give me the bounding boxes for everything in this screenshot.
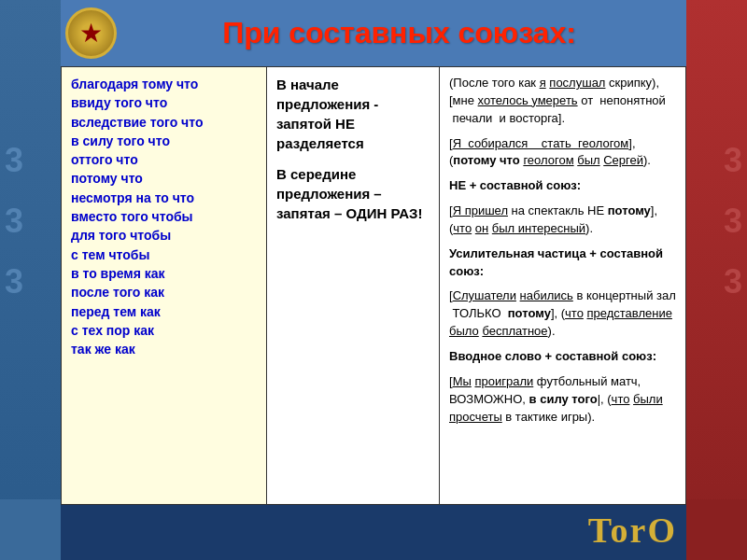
list-item-12: после того как [71, 283, 257, 301]
toro-text: TorO [588, 510, 677, 551]
col3-block2: [Я собирался стать геологом], (потому чт… [449, 135, 676, 171]
text-bylo: было [449, 324, 479, 338]
text-potomu: потому [608, 203, 651, 217]
page-title: При составных союзах: [117, 16, 682, 50]
text-on: он [475, 221, 488, 235]
label-usilenie: Усилительная частица + составной союз: [449, 246, 663, 278]
header: При составных союзах: [0, 0, 747, 66]
list-item-6: потому что [71, 169, 257, 188]
bottom-right [686, 499, 747, 560]
text-byl: был [577, 153, 599, 167]
col3-label1: НЕ + составной союз: [449, 177, 676, 195]
col3-block5: [Мы проиграли футбольный матч, ВОЗМОЖНО,… [449, 373, 676, 427]
text-static: (После того как [449, 76, 540, 90]
text-chto: что [453, 221, 472, 235]
text-geologom: геологом [523, 153, 573, 167]
label-vvodnoe: Вводное слово + составной союз: [449, 349, 656, 363]
text-slushateli: Слушатели [453, 288, 516, 302]
main-content: благодаря тому что ввиду того что вследс… [61, 66, 686, 505]
text-potomu-chto: потому что [453, 153, 519, 167]
col3-block4: [Слушатели набились в концертный зал ТОЛ… [449, 287, 676, 341]
list-item-3: вследствие того что [71, 113, 257, 132]
side-numbers-left: 333 [5, 131, 23, 312]
text-sergey: Сергей [603, 153, 643, 167]
text-besplatnoe: бесплатное [482, 324, 547, 338]
text-v-silu: в силу того [529, 392, 598, 406]
text-chto3: что [612, 392, 630, 406]
text-static: ). [585, 221, 593, 235]
list-item-1: благодаря тому что [71, 75, 257, 93]
text-proigrali: проиграли [474, 374, 533, 388]
column-2: В начале предложения - запятой НЕ раздел… [266, 66, 439, 505]
text-hotelos: хотелось умереть [478, 93, 578, 107]
column-1: благодаря тому что ввиду того что вследс… [61, 66, 266, 505]
list-item-14: с тех пор как [71, 321, 257, 340]
text-poslushal: послушал [549, 76, 605, 90]
text-ya: я [540, 76, 546, 90]
bottom-banner: TorO [0, 499, 747, 560]
list-item-13: перед тем как [71, 302, 257, 321]
bottom-center: TorO [61, 499, 686, 560]
text-ya-sobiral: Я собирался стать геологом [453, 136, 629, 150]
text-static: на спектакль НЕ [508, 203, 608, 217]
text-static: в тактике игры). [502, 410, 595, 424]
text-my: Мы [453, 374, 472, 388]
text-static: ). [643, 153, 651, 167]
list-item-7: несмотря на то что [71, 189, 257, 207]
text-ya-prishel: Я пришел [453, 203, 508, 217]
list-item-10: с тем чтобы [71, 245, 257, 264]
col2-block2: В середине предложения – запятая – ОДИН … [276, 164, 430, 223]
list-item-2: ввиду того что [71, 93, 257, 112]
list-item-9: для того чтобы [71, 226, 257, 245]
list-item-15: так же как [71, 340, 257, 358]
col2-block1: В начале предложения - запятой НЕ раздел… [276, 75, 430, 153]
text-potomu2: потому [508, 306, 551, 320]
col3-block1: (После того как я послушал скрипку), [мн… [449, 75, 676, 128]
text-byl-interesny: был интересный [492, 221, 585, 235]
label-ne: НЕ + составной союз: [449, 178, 581, 192]
column-3: (После того как я послушал скрипку), [мн… [439, 66, 686, 505]
list-item-11: в то время как [71, 264, 257, 283]
col3-label3: Вводное слово + составной союз: [449, 348, 676, 366]
side-numbers-right: 333 [724, 131, 742, 312]
bottom-left [0, 499, 61, 560]
text-predstavlenie: представление [586, 306, 671, 320]
text-static: |, ( [598, 392, 612, 406]
list-item-4: в силу того что [71, 132, 257, 150]
list-item-8: вместо того чтобы [71, 207, 257, 226]
text-static: ], ( [551, 306, 565, 320]
text-static: ). [548, 324, 556, 338]
text-chto2: что [565, 306, 584, 320]
list-item-5: оттого что [71, 150, 257, 169]
col3-label2: Усилительная частица + составной союз: [449, 245, 676, 281]
text-nabilys: набились [520, 288, 573, 302]
col3-block3: [Я пришел на спектакль НЕ потому], (что … [449, 203, 676, 238]
emblem [65, 7, 117, 59]
